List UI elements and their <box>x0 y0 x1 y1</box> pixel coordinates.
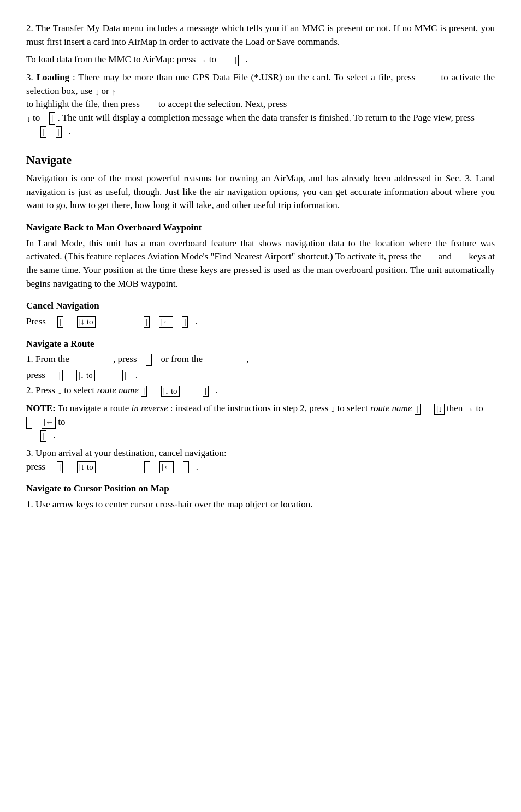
note-italic: in reverse <box>132 403 168 413</box>
key-bar-4: | <box>56 126 62 138</box>
para2-num: 3. <box>26 72 33 82</box>
arrow-right-icon: → <box>198 56 209 65</box>
down-arrow-2-icon: ↓ <box>26 114 33 123</box>
note-select: to select <box>338 403 368 413</box>
nav-back-and: and <box>439 251 452 262</box>
nav-route-2-italic: route name <box>97 385 139 395</box>
up-arrow-icon: ↑ <box>111 87 116 96</box>
key-bar-3: | <box>40 126 46 138</box>
key-cancel-1: | <box>57 316 63 328</box>
note-para: NOTE: To navigate a route in reverse : i… <box>26 402 495 442</box>
nav-back-text1: In Land Mode, this unit has a man overbo… <box>26 238 495 262</box>
key-r3-1: | <box>57 461 63 473</box>
cancel-nav-title: Cancel Navigation <box>26 299 495 313</box>
key-r3-down: |↓ to <box>77 461 96 473</box>
key-note-bar3: | <box>40 430 46 442</box>
down-arrow-3-icon: ↓ <box>57 387 64 396</box>
down-arrow-4-icon: ↓ <box>331 405 338 414</box>
key-bar-1: | <box>233 55 239 67</box>
nav-route-3-line: 3. Upon arrival at your destination, can… <box>26 447 495 473</box>
para2-bold: Loading <box>37 72 69 82</box>
nav-route-1-comma: , <box>246 353 248 366</box>
nav-route-3-press: press <box>26 461 45 472</box>
note-text2: : instead of the instructions in step 2,… <box>170 403 331 413</box>
nav-back-para: In Land Mode, this unit has a man overbo… <box>26 237 495 291</box>
para2-text: : There may be more than one GPS Data Fi… <box>73 72 415 82</box>
navigate-title: Navigate <box>26 151 495 169</box>
right-arrow-icon: → <box>465 405 476 414</box>
key-note-left: |← <box>42 417 56 429</box>
key-route-3: | <box>122 370 128 382</box>
nav-route-1-press2: press <box>26 369 45 382</box>
nav-back-title: Navigate Back to Man Overboard Waypoint <box>26 221 495 235</box>
key-route-1: | <box>146 354 152 366</box>
key-r3-3: | <box>183 461 189 473</box>
nav-route-2: 2. Press <box>26 385 55 395</box>
nav-route-1-press: , press <box>113 353 137 366</box>
nav-route-1: 1. From the , press | or from the , <box>26 353 495 366</box>
note-then: then <box>447 403 465 413</box>
key-note-bar: | <box>415 404 421 416</box>
note-text: To navigate a route <box>58 403 132 413</box>
nav-cursor-title: Navigate to Cursor Position on Map <box>26 482 495 496</box>
key-bar-2: | <box>49 112 55 125</box>
load-text: To load data from the MMC to AirMap: pre… <box>26 54 196 64</box>
para2-text3: to highlight the file, then press <box>26 99 140 109</box>
para-loading: 3. Loading : There may be more than one … <box>26 71 495 138</box>
nav-route-1-or: or from the <box>161 353 203 366</box>
note-to: to <box>476 403 483 413</box>
para2-to: to <box>33 112 40 123</box>
key-route-bar2: | <box>203 386 209 398</box>
para-load: To load data from the MMC to AirMap: pre… <box>26 53 495 67</box>
para2-text5: . The unit will display a completion mes… <box>58 112 475 123</box>
key-r3-2: | <box>144 461 150 473</box>
nav-cursor-1: 1. Use arrow keys to center cursor cross… <box>26 498 495 512</box>
nav-route-3: 3. Upon arrival at your destination, can… <box>26 448 227 458</box>
down-arrow-1-icon: ↓ <box>95 87 102 96</box>
key-route-2: | <box>57 370 63 382</box>
nav-route-1b: press | |↓ to | . <box>26 369 495 382</box>
note-route-italic: route name <box>370 403 412 413</box>
key-cancel-3: | <box>182 316 188 328</box>
page-content: 2. The Transfer My Data menu includes a … <box>26 22 495 512</box>
key-route-downto: |↓ to <box>161 386 180 398</box>
nav-route-1-from: 1. From the <box>26 353 69 366</box>
para2-or: or <box>102 86 109 96</box>
key-note-downto: |↓ <box>434 404 445 416</box>
cancel-nav-line: Press | |↓ to | |← | . <box>26 315 495 329</box>
key-note-bar2: | <box>26 417 32 429</box>
key-r3-left: |← <box>159 461 174 473</box>
cancel-press: Press <box>26 315 46 329</box>
note-to2: to <box>58 417 65 427</box>
nav-route-2-select: to select <box>64 385 94 395</box>
load-text2: to <box>209 54 216 64</box>
key-route-down: |↓ to <box>76 370 95 382</box>
nav-route-2-line: 2. Press ↓ to select route name | |↓ to … <box>26 384 495 398</box>
para-1: 2. The Transfer My Data menu includes a … <box>26 22 495 49</box>
key-route-bar: | <box>141 386 147 398</box>
key-cancel-down: |↓ to <box>77 316 96 328</box>
nav-route-title: Navigate a Route <box>26 337 495 351</box>
navigate-para: Navigation is one of the most powerful r… <box>26 172 495 212</box>
key-cancel-2: | <box>144 316 150 328</box>
key-cancel-left: |← <box>159 316 173 328</box>
para2-text4: to accept the selection. Next, press <box>158 99 287 109</box>
note-label: NOTE: <box>26 403 56 413</box>
